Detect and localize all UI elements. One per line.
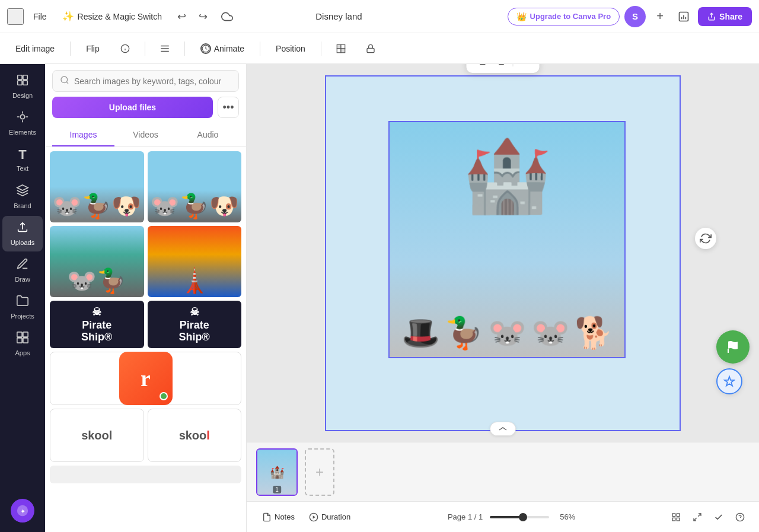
sidebar-bottom: ✦ (11, 499, 34, 527)
share-button[interactable]: Share (698, 7, 752, 26)
sidebar-item-brand[interactable]: Brand (2, 179, 43, 215)
tab-videos[interactable]: Videos (114, 124, 177, 146)
upload-files-button[interactable]: Upload files (52, 97, 213, 118)
magic-switch-button[interactable]: ✨ Resize & Magic Switch (56, 8, 168, 24)
magic-edit-button[interactable] (716, 368, 742, 394)
char-minnie: 🐭 (531, 315, 570, 351)
menu-button[interactable] (7, 8, 24, 25)
edit-image-button[interactable]: Edit image (9, 40, 60, 57)
image-tile-4[interactable]: 🗼 (148, 226, 242, 297)
animate-button[interactable]: Animate (194, 40, 250, 58)
duration-icon (309, 512, 318, 522)
topbar-center (241, 9, 503, 24)
checkerboard-button[interactable] (331, 39, 351, 59)
sidebar-item-uploads[interactable]: Uploads (2, 216, 43, 251)
green-flag-button[interactable] (716, 330, 750, 364)
svg-rect-14 (23, 75, 27, 79)
upgrade-button[interactable]: 👑 Upgrade to Canva Pro (508, 8, 620, 26)
svg-text:✦: ✦ (20, 508, 25, 515)
undo-button[interactable]: ↩ (173, 7, 192, 26)
text-label: Text (17, 165, 28, 173)
crown-icon: 👑 (516, 12, 527, 21)
project-title-input[interactable] (308, 9, 435, 24)
plus-button[interactable]: + (650, 7, 669, 26)
image-tile-1[interactable]: 🐭🦆🐶 (50, 151, 144, 222)
help-button[interactable] (731, 508, 750, 527)
skool-tile-2[interactable]: skool (148, 409, 242, 462)
expand-icon (693, 512, 702, 522)
page-indicator: Page 1 / 1 (448, 512, 483, 521)
skull-icon-1: ☠ (92, 305, 101, 318)
svg-marker-32 (313, 515, 315, 518)
svg-rect-11 (341, 49, 345, 53)
skool-tile-1[interactable]: skool (50, 409, 144, 462)
skool-label-1: skool (81, 429, 112, 442)
selected-image[interactable]: 🏰 🎩 🦆 🐭 🐭 🐕 (388, 121, 626, 358)
duration-button[interactable]: Duration (303, 509, 356, 525)
draw-label: Draw (15, 276, 30, 283)
image-tile-3[interactable]: 🐭🦆 (50, 226, 144, 297)
page-thumbnail-1[interactable]: 🏰 1 (256, 448, 298, 496)
sidebar-item-projects[interactable]: Projects (2, 289, 43, 325)
info-icon (120, 44, 130, 53)
brand-icon (16, 184, 29, 200)
tab-images[interactable]: Images (52, 124, 114, 146)
zoom-slider-track[interactable] (490, 516, 549, 518)
more-options-button[interactable] (516, 64, 534, 69)
toolbar2-separator-3 (184, 42, 185, 56)
upload-row: Upload files ••• (45, 97, 246, 124)
trash-icon (497, 64, 506, 65)
tab-videos-label: Videos (133, 130, 158, 139)
search-input[interactable] (74, 77, 231, 86)
fullscreen-button[interactable] (688, 508, 707, 527)
sidebar-item-draw[interactable]: Draw (2, 253, 43, 288)
info-button[interactable] (115, 39, 135, 59)
topbar-right: 👑 Upgrade to Canva Pro S + Share (508, 6, 752, 27)
svg-line-38 (694, 518, 697, 521)
panel-search-area (45, 64, 246, 97)
pirate-tile-1[interactable]: ☠ PirateShip® (50, 301, 144, 348)
copy-element-button[interactable] (473, 64, 490, 69)
apps-icon (16, 331, 29, 347)
tab-audio-label: Audio (197, 130, 219, 139)
svg-rect-36 (677, 518, 680, 521)
flip-button[interactable]: Flip (80, 40, 106, 57)
lines-icon (160, 43, 170, 54)
hide-panels-button[interactable] (490, 422, 516, 436)
tab-audio[interactable]: Audio (177, 124, 239, 146)
zoom-label[interactable]: 56% (554, 512, 575, 521)
lines-button[interactable] (155, 39, 175, 59)
redo-button[interactable]: ↪ (194, 7, 213, 26)
elements-label: Elements (9, 129, 36, 136)
grid-view-button[interactable] (666, 508, 685, 527)
analytics-button[interactable] (674, 7, 693, 26)
pirate-tile-2[interactable]: ☠ PirateShip® (148, 301, 242, 348)
cloud-save-button[interactable] (218, 7, 237, 26)
svg-rect-35 (672, 518, 675, 521)
delete-element-button[interactable] (493, 64, 511, 69)
position-button[interactable]: Position (270, 40, 311, 57)
check-button[interactable] (709, 508, 728, 527)
image-tile-2[interactable]: 🐭🦆🐶 (148, 151, 242, 222)
add-page-button[interactable]: + (305, 448, 334, 496)
zoom-slider-thumb[interactable] (519, 513, 527, 521)
upload-more-button[interactable]: ••• (218, 97, 239, 118)
avatar-button[interactable]: S (624, 6, 646, 27)
file-button[interactable]: File (28, 9, 52, 24)
sidebar-item-elements[interactable]: Elements (2, 106, 43, 141)
sidebar-item-design[interactable]: Design (2, 69, 43, 104)
pirate-name-2: PirateShip® (179, 320, 210, 343)
design-canvas[interactable]: 🏰 🎩 🦆 🐭 🐭 🐕 (325, 75, 681, 431)
lock-button[interactable] (361, 39, 381, 59)
ai-assistant-button[interactable]: ✦ (11, 499, 34, 523)
char-goofy: 🎩 (401, 315, 440, 351)
sidebar-item-text[interactable]: T Text (2, 142, 43, 177)
skool-row: skool skool (50, 409, 241, 462)
brand-label: Brand (14, 202, 31, 210)
notes-button[interactable]: Notes (256, 509, 301, 525)
app-r-tile[interactable]: r (50, 352, 241, 405)
skool-label-2: skool (179, 429, 210, 442)
rotate-handle[interactable] (695, 228, 716, 249)
sidebar-item-apps[interactable]: Apps (2, 326, 43, 362)
bottom-center: Page 1 / 1 56% (356, 512, 666, 521)
